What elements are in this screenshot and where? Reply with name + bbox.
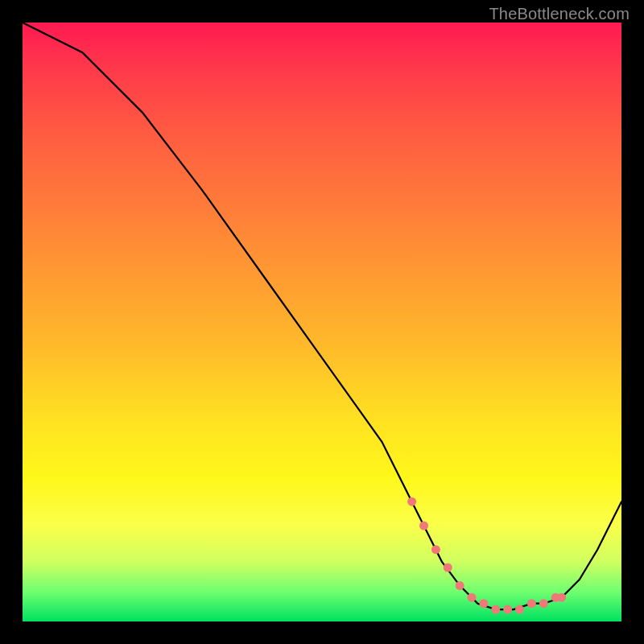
marker-dot [444,564,452,572]
watermark-text: TheBottleneck.com [489,5,630,23]
marker-dot [539,599,548,608]
chart-frame: TheBottleneck.com [0,0,644,644]
bottleneck-curve [23,23,621,609]
marker-dots [407,497,566,614]
marker-dot [557,593,566,602]
plot-area [23,23,621,621]
marker-dot [491,605,500,614]
marker-dot [431,545,440,554]
marker-dot [468,593,477,602]
marker-dot [456,581,464,590]
marker-dot [479,599,488,608]
marker-dot [515,605,524,614]
marker-dot [527,599,536,608]
marker-dot [419,522,428,530]
marker-dot [503,605,512,614]
curve-layer [23,23,621,621]
marker-dot [407,497,416,506]
